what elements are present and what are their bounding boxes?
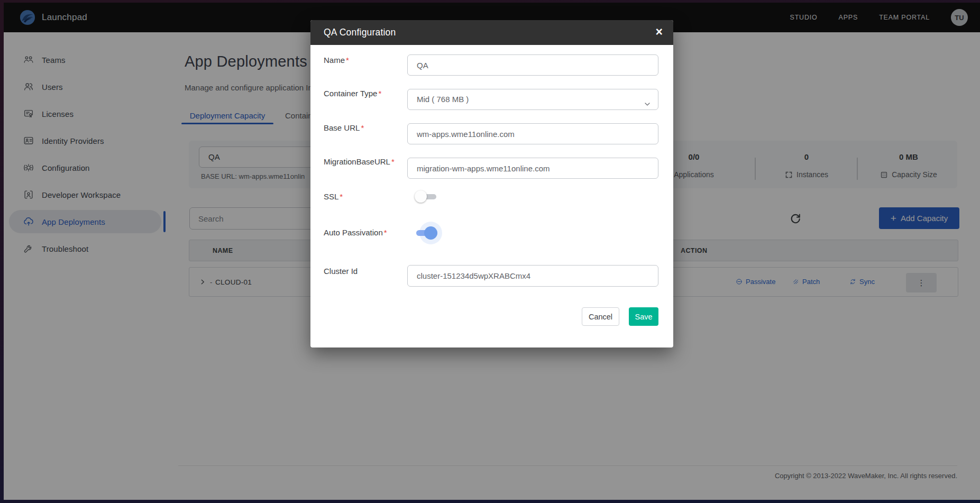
close-icon[interactable]: × [656,24,663,39]
required-asterisk: * [361,123,364,132]
base-url-label: Base URL* [324,123,364,132]
container-type-label: Container Type* [324,89,381,98]
container-type-select[interactable]: Mid ( 768 MB ) [407,89,658,110]
cluster-id-label: Cluster Id [324,267,358,276]
name-label: Name* [324,56,349,65]
cluster-id-field[interactable] [407,265,658,287]
qa-configuration-modal: QA Configuration × Name* Container Type*… [310,20,673,347]
page-background: Launchpad STUDIO APPS TEAM PORTAL TU Tea… [0,0,980,503]
toggle-knob [415,190,427,203]
ssl-label: SSL* [324,192,343,201]
required-asterisk: * [346,56,349,65]
required-asterisk: * [340,192,343,201]
chevron-down-icon [643,96,652,104]
migration-base-url-field[interactable] [407,158,658,179]
required-asterisk: * [384,228,387,237]
save-button[interactable]: Save [629,307,658,326]
migration-base-url-label: MigrationBaseURL* [324,157,395,166]
auto-passivation-label: Auto Passivation* [324,228,387,237]
modal-header: QA Configuration × [310,20,673,45]
required-asterisk: * [391,157,395,166]
cancel-button[interactable]: Cancel [582,307,619,326]
name-field[interactable] [407,54,658,76]
modal-title: QA Configuration [324,27,396,38]
toggle-knob [424,226,437,240]
required-asterisk: * [378,89,381,98]
base-url-field[interactable] [407,123,658,144]
